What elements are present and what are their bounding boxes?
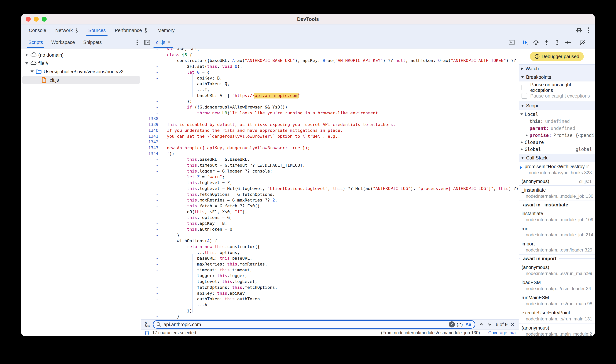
code-line[interactable]: - this.logLevel = Hc1(G.logLevel, "Clien… — [141, 186, 519, 192]
code-line[interactable]: - this.maxRetries = G.maxRetries ?? 2, — [141, 197, 519, 203]
tab-sources[interactable]: Sources — [84, 25, 110, 36]
navigator-tab-snippets[interactable]: Snippets — [79, 36, 106, 48]
line-gutter[interactable]: - — [141, 302, 164, 308]
code-line[interactable]: - this.fetch = G.fetch ?? Fs0(), — [141, 203, 519, 209]
code-line[interactable]: - o9(this, $F1, Xs0, "f"), — [141, 209, 519, 215]
code-line[interactable]: 1339This is disabled by default, as it r… — [141, 122, 519, 128]
line-gutter[interactable]: - — [141, 238, 164, 244]
line-gutter[interactable]: - — [141, 98, 164, 104]
line-gutter[interactable]: - — [141, 197, 164, 203]
code-line[interactable]: - logLevel: this.logLevel, — [141, 279, 519, 285]
line-gutter[interactable]: - — [141, 87, 164, 93]
line-gutter[interactable]: - — [141, 180, 164, 186]
code-line[interactable]: - throw new L9(`It looks like you're run… — [141, 110, 519, 116]
code-line[interactable]: - this.baseURL = G.baseURL, — [141, 157, 519, 162]
line-gutter[interactable]: - — [141, 244, 164, 250]
editor-tab-clijs[interactable]: cli.js × — [153, 36, 174, 48]
match-case-toggle[interactable]: Aa — [465, 322, 472, 327]
call-stack-frame[interactable]: _instantiatenode:internal/m...module_job… — [519, 186, 595, 201]
line-gutter[interactable]: - — [141, 267, 164, 273]
code-line[interactable]: - withOptions(A) { — [141, 238, 519, 244]
line-gutter[interactable]: - — [141, 162, 164, 168]
line-gutter[interactable]: - — [141, 232, 164, 238]
code-line[interactable]: - constructor({baseURL: A=ao("ANTHROPIC_… — [141, 58, 519, 64]
chevron-down-icon[interactable] — [29, 70, 35, 73]
line-gutter[interactable]: - — [141, 174, 164, 180]
code-line[interactable]: - maxRetries: this.maxRetries, — [141, 261, 519, 267]
code-line[interactable]: - } — [141, 232, 519, 238]
code-line[interactable]: 1340If you understand the risks and have… — [141, 128, 519, 133]
line-gutter[interactable]: - — [141, 285, 164, 290]
line-gutter[interactable]: - — [141, 314, 164, 319]
code-line[interactable]: - }; — [141, 98, 519, 104]
line-gutter[interactable]: - — [141, 69, 164, 75]
tab-performance[interactable]: Performance — [110, 25, 153, 36]
line-gutter[interactable]: - — [141, 290, 164, 296]
code-line[interactable]: - $F1.set(this, void 0); — [141, 64, 519, 69]
line-gutter[interactable]: - — [141, 209, 164, 215]
line-gutter[interactable]: 1341 — [141, 133, 164, 139]
code-line[interactable]: - return new this.constructor({ — [141, 244, 519, 250]
call-stack-frame[interactable]: (anonymous)node:internal/m...main_module… — [519, 324, 595, 336]
next-result-button[interactable] — [487, 322, 493, 327]
code-line[interactable]: - } — [141, 314, 519, 319]
tree-item--no-domain-[interactable]: (no domain) — [21, 51, 141, 59]
scope-local[interactable]: Local — [519, 111, 595, 118]
code-line[interactable]: -var Xs0, $F1, — [141, 49, 519, 52]
chevron-down-icon[interactable] — [24, 62, 29, 65]
line-gutter[interactable]: - — [141, 75, 164, 81]
line-gutter[interactable]: 1339 — [141, 122, 164, 128]
line-gutter[interactable]: - — [141, 221, 164, 226]
scope-closure[interactable]: Closure — [519, 139, 595, 146]
previous-result-button[interactable] — [478, 322, 484, 327]
clear-search-icon[interactable]: ✕ — [449, 321, 455, 327]
code-line[interactable]: - this._options = G, — [141, 215, 519, 221]
tree-item-file-[interactable]: file:// — [21, 59, 141, 67]
tree-item-users-jinhuilee-nvm-versions-node-v2-[interactable]: Users/jinhuilee/.nvm/versions/node/v2... — [21, 67, 141, 76]
line-gutter[interactable]: - — [141, 81, 164, 87]
replace-toggle-icon[interactable]: A ↳B — [145, 321, 150, 327]
call-stack-frame[interactable]: (anonymous)cli.js:1 — [519, 177, 595, 186]
more-options-icon[interactable] — [587, 27, 590, 34]
line-gutter[interactable]: - — [141, 296, 164, 302]
code-line[interactable]: -class $8 { — [141, 52, 519, 58]
chevron-right-icon[interactable] — [519, 141, 525, 144]
line-gutter[interactable]: - — [141, 273, 164, 279]
line-gutter[interactable]: - — [141, 192, 164, 197]
line-gutter[interactable]: - — [141, 279, 164, 285]
chevron-right-icon[interactable] — [524, 134, 530, 137]
code-line[interactable]: - this.apiKey = B, — [141, 221, 519, 226]
line-gutter[interactable]: - — [141, 261, 164, 267]
tab-console[interactable]: Console — [24, 25, 51, 36]
step-over-button[interactable] — [532, 39, 539, 46]
step-into-button[interactable] — [543, 39, 550, 46]
scope-global[interactable]: Globalglobal — [519, 146, 595, 153]
checkbox[interactable] — [521, 85, 527, 90]
chevron-right-icon[interactable] — [519, 148, 525, 151]
tree-item-cli-js[interactable]: cli.js — [22, 76, 140, 84]
chevron-right-icon[interactable] — [24, 53, 29, 56]
code-line[interactable]: - if (!G.dangerouslyAllowBrowser && Ys0(… — [141, 104, 519, 110]
line-gutter[interactable]: 1342 — [141, 139, 164, 145]
scope-section-header[interactable]: Scope — [519, 102, 595, 110]
code-line[interactable]: 1341you can set the \`dangerouslyAllowBr… — [141, 133, 519, 139]
coverage-link[interactable]: Coverage: n/a — [488, 330, 516, 335]
code-line[interactable]: - fetchOptions: this.fetchOptions, — [141, 285, 519, 290]
watch-section-header[interactable]: Watch — [519, 65, 595, 73]
code-line[interactable]: - logger: this.logger, — [141, 273, 519, 279]
settings-gear-icon[interactable] — [576, 27, 582, 34]
code-line[interactable]: - ...I, — [141, 87, 519, 93]
deactivate-breakpoints-button[interactable] — [579, 39, 586, 46]
regex-toggle[interactable]: (.*) — [457, 322, 463, 327]
mapped-from-link[interactable]: node:internal/modules/esm/module_job:130 — [394, 330, 478, 335]
navigator-more-icon[interactable] — [136, 39, 139, 46]
line-gutter[interactable]: 1340 — [141, 128, 164, 133]
navigator-tab-workspace[interactable]: Workspace — [47, 36, 79, 48]
line-gutter[interactable]: - — [141, 157, 164, 162]
call-stack-frame[interactable]: runMainESMnode:internal/m...es/run_main:… — [519, 293, 595, 308]
code-line[interactable]: - this.logLevel = Z, — [141, 180, 519, 186]
call-stack-frame[interactable]: (anonymous)node:internal/m...es/run_main… — [519, 263, 595, 278]
scope-promise[interactable]: promise:Promise {<pending>} — [519, 132, 595, 139]
call-stack-frame[interactable]: executeUserEntryPointnode:internal/m...s… — [519, 308, 595, 324]
code-line[interactable]: - timeout: this.timeout, — [141, 267, 519, 273]
